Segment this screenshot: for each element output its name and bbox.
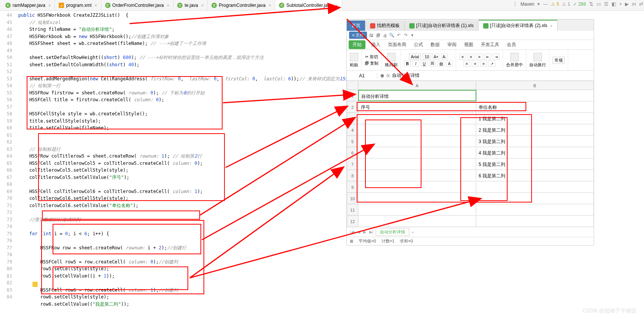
print-icon[interactable]: 🖨: [382, 33, 388, 38]
align-left[interactable]: ≡: [463, 61, 470, 67]
brush-icon[interactable]: [387, 53, 396, 61]
run-icon[interactable]: ▶: [625, 1, 629, 7]
warn-badge[interactable]: ⚠ 1: [562, 2, 570, 7]
dropdown-icon[interactable]: ▾: [410, 33, 415, 38]
redo-icon[interactable]: ↷: [403, 33, 408, 38]
ribbon-view[interactable]: 视图: [460, 41, 477, 48]
cut-button[interactable]: ✂ 剪切: [365, 54, 378, 60]
sheet-tab-bar: |◀ ◀ ▶ ▶| 自动分析详情 +: [347, 227, 594, 237]
undo-icon[interactable]: ↶: [396, 33, 401, 38]
tab-programctrl[interactable]: CProgramController.java×: [208, 0, 275, 10]
maven-label[interactable]: Maven: [521, 2, 534, 7]
inc-font-button[interactable]: A+: [433, 54, 439, 60]
brush-group: 格式刷: [382, 50, 401, 70]
tab-rammapper[interactable]: CramMapper.java×: [2, 0, 55, 10]
m-icon[interactable]: m: [632, 1, 636, 7]
ss-tab-file1[interactable]: [只读]自动分析详情表 (1).xls: [405, 21, 479, 31]
ss-tab-file2[interactable]: [只读]自动分析详情表 (2).xls ×: [479, 20, 557, 31]
intention-bulb-icon[interactable]: [32, 282, 38, 287]
close-icon[interactable]: ×: [201, 3, 203, 8]
ok-badge[interactable]: ✓ 269: [573, 2, 586, 7]
dec-font-button[interactable]: A-: [441, 54, 448, 60]
tab-te[interactable]: Cte.java×: [173, 0, 208, 10]
align-top[interactable]: ≡: [459, 54, 466, 60]
paste-icon[interactable]: [350, 53, 358, 61]
ribbon-review[interactable]: 审阅: [444, 41, 460, 48]
box-icon[interactable]: ▭: [596, 1, 601, 7]
numberformat-select[interactable]: 常规: [553, 57, 565, 64]
dropdown-icon[interactable]: ▾: [537, 1, 540, 7]
ribbon-data[interactable]: 数据: [427, 41, 444, 48]
italic-button[interactable]: I: [412, 61, 419, 67]
align-group: ≡ ≡ ≡ ⇤ ⇥ ≡ ≡ ≡ ↗: [456, 50, 503, 70]
prev-sheet-icon[interactable]: ◀: [356, 230, 361, 234]
close-icon[interactable]: ×: [95, 3, 97, 8]
copy-button[interactable]: 🗐 复制: [365, 61, 378, 66]
close-icon[interactable]: ×: [550, 24, 552, 28]
align-mid[interactable]: ≡: [468, 54, 474, 60]
java-icon: C: [177, 3, 183, 8]
java-icon: C: [211, 3, 217, 8]
fx-cancel-icon[interactable]: ⊗: [380, 73, 384, 78]
font-select[interactable]: Arial: [409, 54, 421, 60]
cell-reference[interactable]: A1: [347, 73, 377, 78]
align-right[interactable]: ≡: [480, 61, 487, 67]
col-header-a[interactable]: A: [358, 81, 476, 90]
file-menu[interactable]: ≡ 文件: [349, 32, 367, 39]
ss-ribbon: 开始 插入 页面布局 公式 数据 审阅 视图 开发工具 会员: [347, 40, 594, 50]
diff-icon[interactable]: ◧: [612, 1, 616, 7]
ide-toolbar-right: ⋮ Maven ▾ — ⚠ 5 ⚠ 1 ✓ 269 ⇅ ▭ ☰ ◧ + ▶ m …: [513, 1, 643, 7]
tab-programxml[interactable]: ⬥program.xml×: [55, 0, 101, 10]
wrap-icon[interactable]: [533, 53, 542, 61]
save-icon[interactable]: 🖫: [368, 33, 374, 38]
close-icon[interactable]: ×: [335, 3, 338, 8]
ribbon-vip[interactable]: 会员: [503, 41, 520, 48]
fill-button[interactable]: ▨: [437, 61, 444, 67]
spreadsheet-window: 首页 找稻壳模板 [只读]自动分析详情表 (1).xls [只读]自动分析详情表…: [346, 19, 594, 246]
underline-button[interactable]: U: [421, 61, 428, 67]
stack-icon[interactable]: ☰: [604, 1, 609, 7]
select-all-corner[interactable]: [347, 81, 358, 90]
add-sheet-icon[interactable]: +: [411, 230, 415, 234]
fx-icon[interactable]: fx: [386, 73, 390, 78]
ribbon-formula[interactable]: 公式: [410, 41, 427, 48]
tab-subtotal[interactable]: CSubtotalController.java×: [275, 0, 342, 10]
saveall-icon[interactable]: 🗐: [375, 33, 381, 38]
indent-r[interactable]: ⇥: [493, 54, 500, 60]
ss-tab-template[interactable]: 找稻壳模板: [365, 21, 405, 31]
updown-icon[interactable]: ⇅: [589, 1, 593, 7]
align-bot[interactable]: ≡: [476, 54, 483, 60]
col-header-b[interactable]: B: [476, 81, 594, 90]
ribbon-insert[interactable]: 插入: [367, 41, 384, 48]
close-icon[interactable]: ×: [48, 3, 51, 8]
last-sheet-icon[interactable]: ▶|: [368, 230, 374, 234]
merge-icon[interactable]: [510, 53, 519, 61]
ribbon-dev[interactable]: 开发工具: [477, 41, 503, 48]
link-icon[interactable]: ⇄: [639, 1, 643, 7]
more-icon[interactable]: ⋮: [513, 1, 517, 7]
java-icon: C: [105, 3, 111, 8]
close-icon[interactable]: ×: [167, 3, 169, 8]
border-button[interactable]: 田: [429, 61, 436, 67]
plus-icon[interactable]: +: [619, 1, 622, 7]
fontsize-select[interactable]: 10: [423, 54, 431, 60]
minimize-icon[interactable]: —: [543, 1, 548, 7]
next-sheet-icon[interactable]: ▶: [362, 230, 367, 234]
ss-tab-home[interactable]: 首页: [347, 21, 365, 31]
first-sheet-icon[interactable]: |◀: [349, 230, 355, 234]
grid-body[interactable]: 自动分析详情序号单位名称1 我是第二列2 我是第二列3 我是第二列4 我是第二列…: [358, 90, 594, 227]
orient[interactable]: ↗: [489, 61, 495, 67]
close-icon[interactable]: ×: [269, 3, 271, 8]
ribbon-start[interactable]: 开始: [349, 40, 365, 49]
align-ctr[interactable]: ≡: [472, 61, 479, 67]
preview-icon[interactable]: 🔍: [389, 33, 394, 38]
spreadsheet-grid[interactable]: 123456789101112 A B 自动分析详情序号单位名称1 我是第二列2…: [347, 81, 594, 227]
error-badge[interactable]: ⚠ 5: [551, 2, 559, 7]
indent-l[interactable]: ⇤: [484, 54, 491, 60]
sheet-tab[interactable]: 自动分析详情: [376, 228, 409, 236]
ribbon-layout[interactable]: 页面布局: [384, 41, 410, 48]
bold-button[interactable]: B: [404, 61, 411, 67]
tab-orderfrom[interactable]: COrderFromController.java×: [101, 0, 174, 10]
fontcolor-button[interactable]: A: [446, 61, 453, 67]
formula-input[interactable]: 自动分析详情: [392, 72, 420, 79]
